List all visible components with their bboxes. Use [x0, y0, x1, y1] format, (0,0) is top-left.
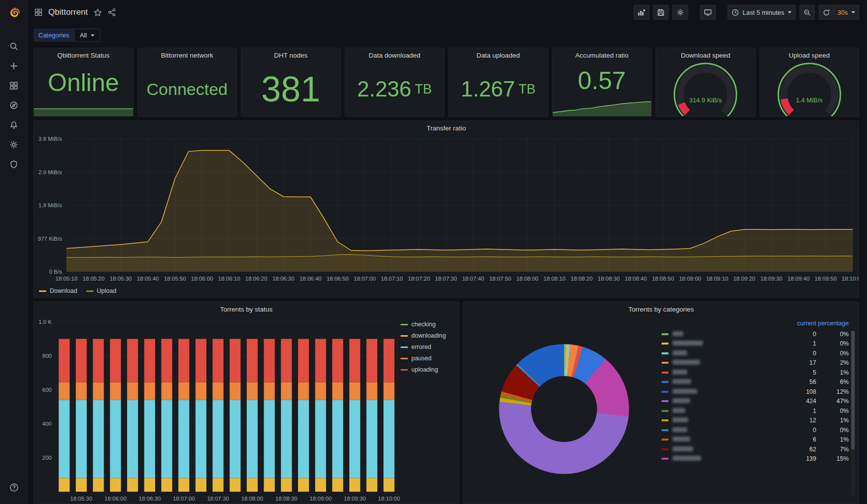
legend-item[interactable]: downloading [400, 332, 456, 339]
category-label-redacted [672, 417, 688, 422]
panel-accumulated-ratio: Accumulated ratio 0.57 [552, 48, 652, 117]
column-header-current[interactable]: current [792, 320, 816, 327]
category-percentage-value: 1% [816, 369, 849, 376]
category-row[interactable]: 10% [662, 339, 849, 349]
category-label-redacted [672, 370, 687, 375]
svg-text:18:09:00: 18:09:00 [679, 276, 701, 282]
cycle-view-tv-button[interactable] [700, 5, 716, 20]
panel-title[interactable]: Transfer ratio [34, 121, 859, 135]
svg-text:18:06:30: 18:06:30 [272, 276, 295, 282]
star-icon[interactable] [94, 8, 102, 17]
donut-hole [531, 376, 597, 442]
panel-title[interactable]: Upload speed [760, 48, 859, 62]
category-row[interactable]: 121% [662, 416, 849, 426]
panel-title[interactable]: Torrents by categories [464, 302, 859, 316]
panel-title[interactable]: Qbittorrent Status [34, 48, 133, 62]
time-range-picker[interactable]: Last 5 minutes [728, 5, 796, 20]
category-row[interactable]: 627% [662, 444, 849, 454]
transfer-chart[interactable]: 0 B/s977 KiB/s1.9 MiB/s2.9 MiB/s3.8 MiB/… [34, 135, 859, 284]
category-label-redacted [672, 446, 693, 451]
legend-item[interactable]: paused [400, 355, 456, 362]
panel-title[interactable]: Accumulated ratio [553, 48, 652, 62]
category-percentage-value: 6% [816, 378, 849, 385]
dashboard-body: Categories All Qbittorrent Status Online… [28, 25, 867, 504]
category-row[interactable]: 00% [662, 329, 849, 339]
create-plus-icon[interactable] [0, 56, 28, 76]
legend-item[interactable]: checking [400, 321, 456, 328]
legend-swatch [662, 343, 668, 345]
legend-swatch [662, 400, 668, 402]
svg-text:18:06:50: 18:06:50 [327, 276, 349, 282]
panel-title[interactable]: DHT nodes [241, 48, 340, 62]
category-current-value: 0 [792, 331, 816, 338]
help-icon[interactable] [0, 477, 28, 497]
category-label-redacted [672, 398, 690, 403]
column-header-percentage[interactable]: percentage [816, 320, 849, 327]
stat-unit: TB [415, 83, 432, 96]
panel-upload-speed: Upload speed 1.4 MiB/s [760, 48, 860, 117]
panel-title[interactable]: Data downloaded [345, 48, 444, 62]
status-chart[interactable]: 2004006008001.0 K18:05:3018:06:0018:06:3… [34, 316, 400, 504]
alerting-bell-icon[interactable] [0, 115, 28, 135]
main-area: Qbittorrent [28, 0, 867, 504]
svg-text:18:06:00: 18:06:00 [191, 276, 213, 282]
panel-dht-nodes: DHT nodes 381 [241, 48, 341, 117]
configuration-gear-icon[interactable] [0, 135, 28, 155]
refresh-interval-picker[interactable]: 30s [834, 5, 859, 20]
category-row[interactable]: 10812% [662, 387, 849, 397]
share-icon[interactable] [108, 8, 116, 16]
search-icon[interactable] [0, 36, 28, 56]
variable-value-dropdown[interactable]: All [74, 29, 100, 42]
category-label-redacted [672, 437, 690, 441]
legend-item[interactable]: Download [39, 287, 77, 294]
panel-title[interactable]: Download speed [656, 48, 755, 62]
ratio-sparkline [553, 97, 652, 116]
legend-item[interactable]: errored [400, 344, 456, 350]
svg-text:18:09:40: 18:09:40 [788, 276, 810, 282]
variable-label-categories[interactable]: Categories [33, 29, 74, 42]
save-dashboard-button[interactable] [653, 5, 668, 20]
category-row[interactable]: 172% [662, 358, 849, 368]
svg-text:18:06:10: 18:06:10 [218, 276, 240, 282]
stat-value: 0.57 [578, 68, 626, 93]
panel-title[interactable]: Data uploaded [449, 48, 548, 62]
category-row[interactable]: 42447% [662, 397, 849, 407]
add-panel-button[interactable] [634, 5, 649, 20]
svg-text:18:08:30: 18:08:30 [598, 276, 620, 282]
legend-label: checking [411, 321, 435, 328]
zoom-out-time-button[interactable] [800, 5, 815, 20]
category-label-redacted [672, 379, 691, 384]
upload-speed-gauge [767, 62, 852, 117]
table-scrollbar-thumb[interactable] [851, 331, 855, 449]
category-row[interactable]: 10% [662, 406, 849, 416]
category-row[interactable]: 13915% [662, 454, 849, 464]
grafana-logo-icon[interactable] [5, 5, 22, 22]
panel-title[interactable]: Bittorrent network [138, 48, 237, 62]
server-admin-shield-icon[interactable] [0, 155, 28, 174]
category-row[interactable]: 51% [662, 368, 849, 378]
table-scrollbar [851, 331, 855, 496]
legend-swatch [662, 372, 668, 374]
svg-text:0 B/s: 0 B/s [49, 269, 62, 275]
panel-title[interactable]: Torrents by status [34, 302, 459, 316]
svg-text:18:08:00: 18:08:00 [241, 496, 264, 502]
category-label-redacted [672, 341, 703, 346]
dashboard-header: Qbittorrent [28, 0, 867, 25]
dashboard-settings-button[interactable] [672, 5, 688, 20]
category-row[interactable]: 61% [662, 435, 849, 445]
refresh-button[interactable] [819, 5, 834, 20]
category-row[interactable]: 00% [662, 348, 849, 358]
legend-item[interactable]: uploading [400, 366, 456, 373]
svg-text:18:10:00: 18:10:00 [378, 496, 400, 502]
category-row[interactable]: 566% [662, 378, 849, 387]
svg-text:18:08:50: 18:08:50 [652, 276, 674, 282]
legend-item[interactable]: Upload [86, 287, 117, 294]
dashboards-icon[interactable] [0, 76, 28, 95]
legend-swatch [662, 410, 668, 412]
categories-donut[interactable] [499, 344, 629, 474]
category-row[interactable]: 00% [662, 425, 849, 435]
explore-compass-icon[interactable] [0, 95, 28, 115]
svg-text:18:08:20: 18:08:20 [570, 276, 593, 282]
category-label-redacted [672, 408, 685, 413]
panel-download-speed: Download speed 314.9 KiB/s [656, 48, 756, 117]
